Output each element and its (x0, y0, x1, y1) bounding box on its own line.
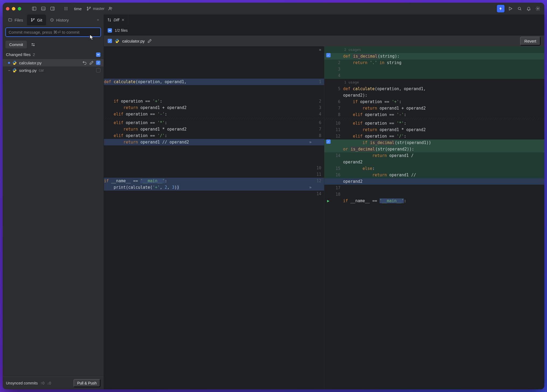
diff-line[interactable]: 5def calculate(operation, operand1, (324, 86, 545, 92)
diff-summary-checkbox[interactable] (108, 28, 112, 33)
line-number (313, 145, 324, 152)
ai-assistant-button[interactable] (497, 5, 504, 12)
tab-git[interactable]: Git (27, 15, 46, 25)
unsynced-commits: Unsynced commits ↑0 ↓0 Pull & Push (3, 377, 104, 389)
line-number: 6 (313, 120, 324, 126)
svg-rect-2 (41, 7, 45, 10)
revert-file-icon[interactable] (82, 60, 87, 65)
diff-line[interactable]: def is_decimal(string): (324, 53, 545, 60)
diff-line[interactable]: 1 usage (324, 79, 545, 86)
run-gutter-icon[interactable]: ▶ (327, 198, 329, 204)
diff-line[interactable]: operand2 (324, 159, 545, 165)
diff-line[interactable] (104, 85, 324, 92)
diff-line[interactable]: 10 (104, 165, 324, 171)
diff-line[interactable]: operand2): (324, 92, 545, 99)
diff-file-checkbox[interactable] (108, 39, 112, 43)
diff-line[interactable]: operand2 (324, 178, 545, 185)
diff-line[interactable] (104, 158, 324, 165)
close-window-icon[interactable] (6, 7, 9, 10)
search-icon[interactable] (516, 5, 523, 12)
diff-line[interactable]: 3 (324, 66, 545, 72)
edit-file-icon[interactable] (89, 60, 94, 65)
diff-line[interactable]: elif operation == '-':4 (104, 111, 324, 117)
diff-line[interactable]: def calculate(operation, operand1,1 (104, 79, 324, 85)
diff-line[interactable]: ▶if __name__ == '__main__': (324, 198, 545, 204)
expand-icon[interactable]: » (307, 184, 313, 191)
diff-line[interactable]: if __name__ == '__main__':12 (104, 178, 324, 184)
editor-tab-diff[interactable]: Diff ✕ (104, 15, 128, 25)
line-number (313, 92, 324, 98)
diff-line[interactable] (104, 92, 324, 98)
tab-history[interactable]: History (46, 15, 73, 25)
sidebar-bottom-icon[interactable] (40, 5, 47, 12)
diff-line[interactable]: 15 else: (324, 165, 545, 172)
commit-message-input[interactable] (5, 27, 101, 37)
diff-line[interactable] (104, 72, 324, 79)
sidebar-right-icon[interactable] (49, 5, 56, 12)
diff-line[interactable]: return operand1 + operand23 (104, 104, 324, 111)
minimize-window-icon[interactable] (12, 7, 15, 10)
diff-line[interactable]: elif operation == '*':6 (104, 120, 324, 126)
diff-line[interactable]: 7 return operand1 + operand2 (324, 105, 545, 111)
file-row[interactable]: − sorting.py car (3, 66, 104, 74)
diff-line[interactable]: 17 (324, 185, 545, 191)
diff-line[interactable]: 14 (104, 191, 324, 197)
diff-line[interactable]: 2 return '.' in string (324, 60, 545, 66)
branch-icon[interactable]: master (86, 5, 104, 12)
diff-line[interactable]: 18 (324, 191, 545, 198)
apps-grid-icon[interactable] (63, 5, 69, 12)
diff-line[interactable]: 4 (324, 72, 545, 79)
diff-line[interactable]: if operation == '+':2 (104, 98, 324, 104)
run-icon[interactable] (507, 5, 514, 12)
commit-button[interactable]: Commit (5, 41, 27, 48)
add-tab-icon[interactable]: ＋ (92, 18, 104, 22)
changed-files-checkbox[interactable] (96, 52, 100, 57)
diff-line[interactable] (104, 66, 324, 72)
maximize-window-icon[interactable] (18, 7, 21, 10)
diff-line[interactable] (104, 59, 324, 66)
revert-button[interactable]: Revert (520, 37, 541, 46)
hunk-checkbox[interactable] (326, 53, 331, 57)
expand-icon[interactable]: » (319, 47, 321, 52)
diff-line[interactable]: elif operation == '/':8 (104, 132, 324, 139)
hunk-checkbox[interactable] (326, 139, 331, 144)
diff-line[interactable]: 6 if operation == '+': (324, 99, 545, 105)
diff-line[interactable] (104, 53, 324, 59)
diff-line[interactable]: or is_decimal(str(operand2)): (324, 146, 545, 152)
diff-line[interactable] (104, 152, 324, 158)
project-name[interactable]: time (72, 6, 84, 11)
file-row[interactable]: calculator.py (3, 59, 104, 66)
diff-line[interactable] (104, 145, 324, 152)
commit-options-icon[interactable] (30, 41, 37, 48)
diff-line[interactable]: if is_decimal(str(operand1)) (324, 139, 545, 146)
unsynced-down: ↓0 (47, 381, 51, 385)
diff-line[interactable]: 11 return operand1 * operand2 (324, 127, 545, 133)
file-checkbox[interactable] (96, 61, 100, 65)
add-user-icon[interactable] (107, 5, 114, 12)
branch-name: master (93, 6, 104, 11)
diff-line[interactable]: 2 usages (324, 46, 545, 53)
sidebar-left-icon[interactable] (31, 5, 37, 12)
close-tab-icon[interactable]: ✕ (121, 18, 125, 22)
diff-line[interactable]: print(calculate('+', 2, 3))» (104, 184, 324, 191)
diff-line[interactable]: 10 elif operation == '*': (324, 120, 545, 127)
diff-right-pane[interactable]: 2 usagesdef is_decimal(string):2 return … (324, 46, 545, 389)
diff-line[interactable]: 11 (104, 171, 324, 178)
settings-icon[interactable] (535, 5, 541, 12)
pull-push-button[interactable]: Pull & Push (73, 379, 100, 387)
diff-line[interactable]: 14 return operand1 / (324, 152, 545, 159)
diff-viewer[interactable]: def calculate(operation, operand1,1 if o… (104, 46, 544, 389)
changed-files-header[interactable]: Changed files 2 (3, 50, 104, 59)
diff-line[interactable]: return operand1 * operand27 (104, 126, 324, 132)
notifications-icon[interactable] (525, 5, 532, 12)
file-checkbox[interactable] (96, 68, 100, 72)
diff-line[interactable]: 16 return operand1 // (324, 172, 545, 178)
expand-icon[interactable]: » (307, 139, 313, 145)
diff-line[interactable]: return operand1 // operand2» (104, 139, 324, 145)
diff-line[interactable] (104, 46, 324, 53)
diff-line[interactable]: 8 elif operation == '-': (324, 111, 545, 118)
diff-left-pane[interactable]: def calculate(operation, operand1,1 if o… (104, 46, 324, 389)
diff-line[interactable]: 12 elif operation == '/': (324, 133, 545, 139)
edit-icon[interactable] (147, 38, 152, 43)
tab-files[interactable]: Files (4, 15, 27, 25)
